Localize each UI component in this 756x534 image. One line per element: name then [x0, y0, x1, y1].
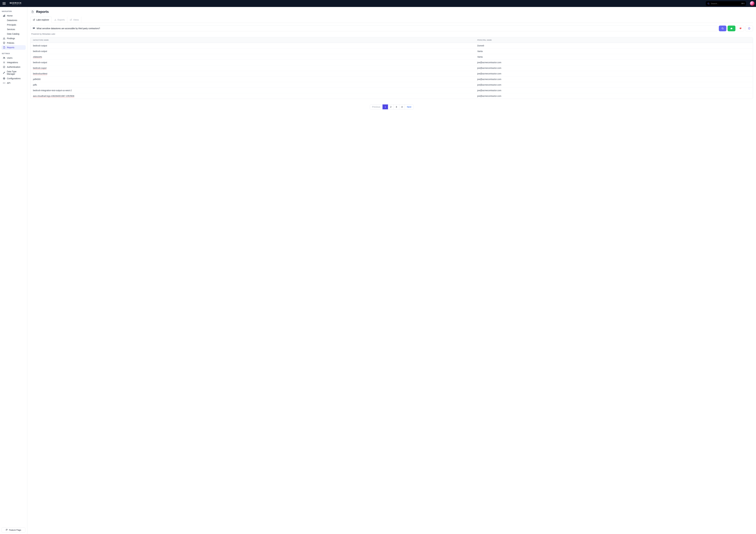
table-row[interactable]: bedrock-outputVanta	[31, 48, 753, 54]
column-header-principal[interactable]: PRINCIPAL.NAME	[475, 37, 753, 43]
sidebar-item-label: Configurations	[7, 77, 20, 80]
sidebar-item-label: Integrations	[7, 61, 18, 64]
thumbs-up-icon	[730, 27, 733, 30]
cell-principal: joe@acmecontractor.com	[475, 93, 753, 99]
run-query-button[interactable]	[719, 26, 726, 31]
table-row[interactable]: bedrock-integration-test-output-us-west-…	[31, 88, 753, 93]
svg-line-22	[723, 29, 723, 29]
page-2[interactable]: 2	[388, 104, 394, 109]
cell-principal: joe@acmecontractor.com	[475, 71, 753, 76]
cell-datastore: pdfs	[31, 82, 475, 88]
thumbs-up-button[interactable]	[728, 26, 736, 31]
cell-datastore: zdatasets	[31, 54, 475, 60]
sidebar-item-reports[interactable]: Reports	[2, 45, 26, 50]
tab-lake-explorer[interactable]: Lake explorer	[30, 17, 52, 23]
cell-principal: joe@acmecontractor.com	[475, 88, 753, 93]
sidebar-item-services[interactable]: Services	[2, 27, 26, 32]
logo-sub: SECURITY	[10, 4, 22, 5]
search-shortcut: ⌘ K	[741, 3, 744, 5]
table-row[interactable]: pdfsjoe@acmecontractor.com	[31, 82, 753, 88]
code-icon	[3, 82, 6, 84]
page-title: Reports	[36, 10, 49, 14]
tab-views[interactable]: Views	[67, 17, 81, 23]
sidebar-item-label: Findings	[7, 37, 15, 40]
sidebar-item-data-catalog[interactable]: Data Catalog	[2, 32, 26, 36]
section-settings-title: SETTINGS	[2, 53, 26, 54]
svg-point-13	[3, 66, 5, 68]
table-row[interactable]: aws-cloudtrail-logs-436284001987-23f1f90…	[31, 93, 753, 99]
table-row[interactable]: bedrock-outputDome9	[31, 43, 753, 48]
page-icon	[30, 10, 35, 14]
feature-flags-button[interactable]: Feature Flags	[2, 527, 25, 532]
cell-principal: joe@acmecontractor.com	[475, 60, 753, 65]
avatar[interactable]	[750, 1, 754, 6]
search-input[interactable]	[711, 2, 741, 5]
sidebar-item-label: Datastores	[7, 19, 17, 21]
sidebar-item-findings[interactable]: Findings	[2, 36, 26, 41]
svg-point-11	[4, 57, 5, 58]
global-search[interactable]: ⌘ K	[706, 1, 746, 6]
tabs: Lake explorer Exports Views	[30, 17, 753, 23]
users-icon	[3, 57, 6, 59]
thumbs-down-button[interactable]	[737, 26, 744, 31]
tab-exports[interactable]: Exports	[52, 17, 67, 23]
sidebar-item-label: Policies	[7, 42, 14, 44]
query-input-wrapper[interactable]: What sensitive datastores are accessible…	[30, 26, 717, 31]
section-nav-title: NAVIGATION	[2, 11, 26, 12]
svg-point-3	[708, 3, 709, 4]
sidebar-item-label: Home	[7, 14, 13, 17]
powered-by-text: Powered by Metadata Lake	[31, 33, 753, 35]
table-row[interactable]: bedrock-ouputjoe@acmecontractor.com	[31, 65, 753, 71]
cell-principal: joe@acmecontractor.com	[475, 65, 753, 71]
flag-icon	[6, 529, 8, 531]
sidebar-item-integrations[interactable]: Integrations	[2, 60, 26, 65]
bar-chart-icon	[3, 14, 6, 17]
table-row[interactable]: bedrockunittestjoe@acmecontractor.com	[31, 71, 753, 76]
sidebar-item-label: API	[7, 82, 11, 84]
page-next[interactable]: Next	[405, 104, 413, 109]
shield-check-icon	[3, 42, 6, 44]
svg-line-17	[71, 19, 72, 20]
sidebar-item-home[interactable]: Home	[2, 13, 26, 18]
cell-principal: Vanta	[475, 48, 753, 54]
sidebar-item-label: Data Catalog	[7, 33, 19, 35]
check-circle-icon	[3, 66, 6, 68]
sidebar-item-authentication[interactable]: Authentication	[2, 65, 26, 69]
alert-triangle-icon	[3, 37, 6, 40]
cell-principal: joe@acmecontractor.com	[475, 82, 753, 88]
external-link-icon	[33, 19, 35, 21]
sidebar-item-principals[interactable]: Principals	[2, 22, 26, 27]
table-row[interactable]: pdf4000joe@acmecontractor.com	[31, 76, 753, 82]
cell-datastore: bedrock-integration-test-output-us-west-…	[31, 88, 475, 93]
sidebar-item-policies[interactable]: Policies	[2, 41, 26, 45]
cell-datastore: aws-cloudtrail-logs-436284001987-23f1f90…	[31, 93, 475, 99]
cell-principal: Dome9	[475, 43, 753, 48]
page-3[interactable]: 3	[394, 104, 399, 109]
external-link-icon	[70, 19, 72, 21]
cell-datastore: bedrock-output	[31, 43, 475, 48]
cell-datastore: bedrock-output	[31, 60, 475, 65]
sidebar-item-label: Principals	[7, 24, 16, 26]
svg-rect-5	[3, 16, 4, 17]
svg-rect-7	[5, 15, 5, 17]
sidebar-item-configurations[interactable]: Configurations	[2, 76, 26, 81]
query-text: What sensitive datastores are accessible…	[37, 27, 100, 30]
sidebar-item-users[interactable]: Users	[2, 56, 26, 60]
sidebar-item-label: Users	[7, 57, 13, 59]
sidebar-item-api[interactable]: API	[2, 81, 26, 85]
svg-point-12	[4, 62, 4, 63]
page-previous[interactable]: Previous	[370, 104, 383, 109]
column-header-datastore[interactable]: DATASTORE.NAME	[31, 37, 475, 43]
sidebar-item-label: Reports	[7, 46, 14, 49]
page-4[interactable]: 4	[399, 104, 405, 109]
menu-toggle[interactable]	[1, 0, 8, 7]
gear-icon	[3, 61, 6, 64]
page-1[interactable]: 1	[383, 104, 388, 109]
table-row[interactable]: zdatasetsVanta	[31, 54, 753, 60]
table-row[interactable]: bedrock-outputjoe@acmecontractor.com	[31, 60, 753, 65]
info-button[interactable]	[745, 26, 753, 31]
sidebar-item-data-type-manager[interactable]: Data Type Manager	[2, 69, 26, 76]
hamburger-icon	[2, 2, 6, 5]
sidebar-item-datastores[interactable]: Datastores	[2, 18, 26, 22]
settings-icon	[3, 77, 6, 80]
